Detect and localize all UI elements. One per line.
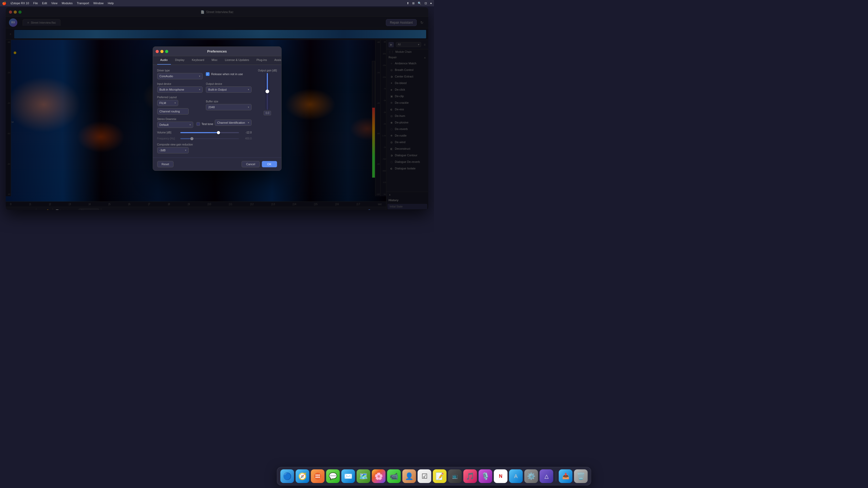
composite-gain-select[interactable]: -3dB ▾ <box>157 147 189 153</box>
gain-slider-thumb[interactable] <box>266 90 269 93</box>
buffer-size-arrow: ▾ <box>248 106 249 108</box>
layout-select[interactable]: FILM ▾ <box>157 100 178 106</box>
modal-titlebar: Preferences <box>153 47 281 56</box>
pref-tab-misc[interactable]: Misc <box>209 56 221 65</box>
reset-button[interactable]: Reset <box>157 161 174 167</box>
layout-label: Preferred Layout <box>157 96 203 99</box>
output-gain-label: Output gain [dB] <box>258 69 277 72</box>
frequency-label: Frequency [Hz] <box>157 137 178 140</box>
output-device-label: Output device <box>206 83 252 85</box>
layout-controls: FILM ▾ Channel routing <box>157 100 203 115</box>
release-checkbox-area: ✓ Release when not in use <box>206 72 252 76</box>
modal-footer: Reset Cancel OK <box>153 158 281 170</box>
volume-slider-track[interactable] <box>180 132 239 133</box>
output-device-group: Output device Built-in Output ▾ <box>206 83 252 93</box>
frequency-slider-thumb <box>190 137 193 140</box>
menu-help[interactable]: Help <box>108 2 114 5</box>
menubar-clock: ● <box>430 2 432 5</box>
buffer-size-label: Buffer size <box>206 100 252 103</box>
input-device-group: Input device Built-in Microphone ▾ <box>157 83 203 93</box>
test-tone-type-select[interactable]: Channel Identification ▾ <box>215 120 252 126</box>
composite-gain-arrow: ▾ <box>185 149 186 152</box>
input-device-label: Input device <box>157 83 203 85</box>
modal-content-left: Driver type CoreAudio ▾ ✓ Release when n… <box>153 65 256 158</box>
pref-tab-plugins[interactable]: Plug-ins <box>253 56 270 65</box>
input-device-arrow: ▾ <box>199 88 200 91</box>
input-device-select[interactable]: Built-in Microphone ▾ <box>157 87 203 93</box>
modal-overlay[interactable]: Preferences Audio Display Keyboard Misc … <box>6 7 428 210</box>
menubar-cast-icon: ⊡ <box>425 2 427 5</box>
release-checkbox-row: ✓ Release when not in use <box>206 72 243 76</box>
cancel-button[interactable]: Cancel <box>242 161 259 167</box>
release-label: Release when not in use <box>211 72 243 76</box>
volume-value: -12.0 <box>241 131 252 134</box>
modal-title: Preferences <box>207 50 226 53</box>
volume-row: Volume [dB] -12.0 <box>157 131 252 134</box>
output-gain-value: 0.0 <box>264 111 271 115</box>
test-tone-label: Test tone <box>202 122 213 126</box>
frequency-slider-track <box>180 138 239 139</box>
buffer-size-select[interactable]: 2048 ▾ <box>206 104 252 110</box>
downmix-row: Stereo Downmix Default ▾ Test tone <box>157 118 252 128</box>
test-tone-checkbox-row: Test tone <box>196 122 213 126</box>
layout-arrow: ▾ <box>175 102 176 104</box>
pref-tab-keyboard[interactable]: Keyboard <box>189 56 208 65</box>
modal-body: Driver type CoreAudio ▾ ✓ Release when n… <box>153 65 281 158</box>
preferences-modal: Preferences Audio Display Keyboard Misc … <box>153 46 282 171</box>
modal-window-controls <box>156 50 168 53</box>
gain-slider-fill <box>267 73 268 91</box>
output-gain-slider[interactable] <box>265 73 270 110</box>
downmix-select[interactable]: Default ▾ <box>157 122 193 128</box>
pref-tab-audio[interactable]: Audio <box>157 56 171 65</box>
app-window: 📄 Street Interview.flac RX ✕ Street Inte… <box>6 7 428 210</box>
modal-maximize-btn[interactable] <box>165 50 168 53</box>
release-checkbox[interactable]: ✓ <box>206 72 210 76</box>
output-device-select[interactable]: Built-in Output ▾ <box>206 87 252 93</box>
driver-type-group: Driver type CoreAudio ▾ <box>157 69 203 79</box>
menu-app[interactable]: iZotope RX 10 <box>10 2 29 5</box>
downmix-group: Stereo Downmix Default ▾ <box>157 118 193 128</box>
test-tone-checkbox[interactable] <box>196 122 200 126</box>
output-device-arrow: ▾ <box>248 88 249 91</box>
menu-modules[interactable]: Modules <box>62 2 73 5</box>
apple-menu[interactable]: 🍎 <box>2 1 6 5</box>
layout-group: Preferred Layout FILM ▾ Channel routing <box>157 96 203 115</box>
menu-view[interactable]: View <box>51 2 58 5</box>
pref-tab-display[interactable]: Display <box>172 56 188 65</box>
menu-edit[interactable]: Edit <box>42 2 47 5</box>
ok-button[interactable]: OK <box>262 161 277 167</box>
volume-label: Volume [dB] <box>157 131 178 134</box>
pref-tab-license[interactable]: License & Updates <box>222 56 252 65</box>
buffer-size-group: Buffer size 2048 ▾ <box>206 100 252 110</box>
menubar-controls-icon: ⬆ <box>407 2 409 5</box>
output-gain-area: Output gain [dB] 0.0 <box>256 65 281 158</box>
frequency-row: Frequency [Hz] 400.0 <box>157 137 252 140</box>
menubar: 🍎 iZotope RX 10 File Edit View Modules T… <box>0 0 434 6</box>
driver-type-row: Driver type CoreAudio ▾ ✓ Release when n… <box>157 69 252 79</box>
volume-slider-fill <box>180 132 218 133</box>
menu-file[interactable]: File <box>33 2 38 5</box>
driver-type-label: Driver type <box>157 69 203 72</box>
modal-close-btn[interactable] <box>156 50 159 53</box>
layout-row: Preferred Layout FILM ▾ Channel routing <box>157 96 252 115</box>
modal-action-buttons: Cancel OK <box>242 161 277 167</box>
menu-window[interactable]: Window <box>93 2 103 5</box>
composite-gain-group: Composite view gain reduction -3dB ▾ <box>157 143 252 153</box>
test-tone-arrow: ▾ <box>248 121 249 124</box>
menubar-grid-icon: ⊞ <box>412 2 414 5</box>
test-tone-area: Test tone Channel Identification ▾ <box>196 120 252 126</box>
frequency-value: 400.0 <box>241 137 252 140</box>
downmix-label: Stereo Downmix <box>157 118 193 121</box>
menu-transport[interactable]: Transport <box>77 2 89 5</box>
modal-tabs: Audio Display Keyboard Misc License & Up… <box>153 56 281 65</box>
pref-tab-assistant[interactable]: Assistant <box>271 56 282 65</box>
channel-routing-select[interactable]: Channel routing <box>157 108 189 115</box>
driver-type-select[interactable]: CoreAudio ▾ <box>157 73 203 79</box>
menubar-search-icon[interactable]: 🔍 <box>418 2 422 5</box>
composite-gain-label: Composite view gain reduction <box>157 143 252 146</box>
device-row: Input device Built-in Microphone ▾ Outpu… <box>157 83 252 93</box>
modal-minimize-btn[interactable] <box>160 50 163 53</box>
driver-type-arrow: ▾ <box>199 75 200 77</box>
volume-slider-thumb[interactable] <box>217 131 220 134</box>
downmix-arrow: ▾ <box>189 124 191 126</box>
